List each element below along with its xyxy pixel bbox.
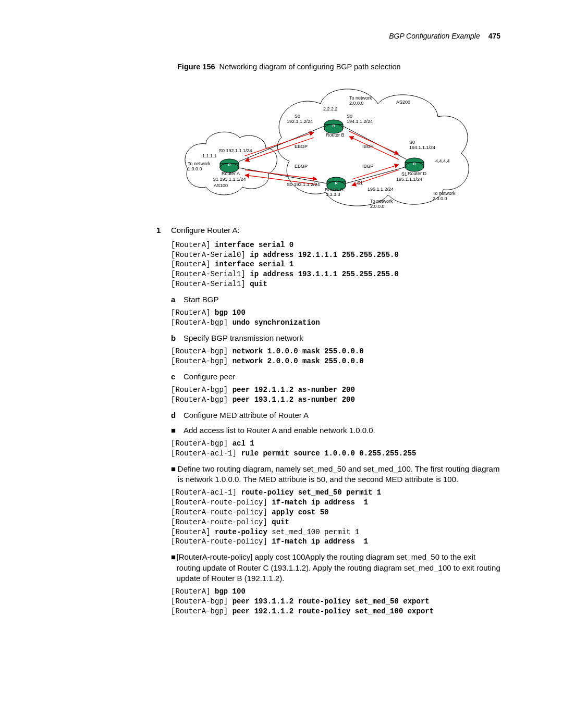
label-as200: AS200 xyxy=(396,100,410,105)
svg-line-17 xyxy=(239,168,327,183)
step-1c-marker: c xyxy=(171,372,183,382)
running-header: BGP Configuration Example 475 xyxy=(63,31,500,41)
bullet-icon: ■ xyxy=(171,552,177,584)
label-ipC: 3.3.3.3 xyxy=(326,192,340,197)
step-1c-text: Configure peer xyxy=(183,372,235,382)
svg-text:2.0.0.0: 2.0.0.0 xyxy=(349,101,364,106)
svg-line-22 xyxy=(245,170,317,179)
label-routerC: Router C xyxy=(325,187,344,192)
step-1d-text: Configure MED attribute of Router A xyxy=(183,410,309,421)
step-1b-text: Specify BGP transmission network xyxy=(183,333,303,343)
router-d-icon: R xyxy=(405,158,424,171)
label-ipD: 4.4.4.4 xyxy=(435,158,450,164)
section-title: BGP Configuration Example xyxy=(389,32,480,40)
label-s0A: S0 192.1.1.1/24 xyxy=(219,148,252,153)
svg-text:R: R xyxy=(413,162,415,166)
svg-line-25 xyxy=(349,137,399,159)
step-1a: a Start BGP xyxy=(171,294,500,305)
figure-caption-text: Networking diagram of configuring BGP pa… xyxy=(219,63,401,71)
step-1d-bullet2-code: [RouterA-acl-1] route-policy set_med_50 … xyxy=(171,488,500,547)
label-routerB: Router B xyxy=(326,132,345,138)
svg-text:To network: To network xyxy=(188,161,211,166)
step-1d-bullet3-text: [RouterA-route-policy] apply cost 100App… xyxy=(177,552,500,584)
page: BGP Configuration Example 475 Figure 156… xyxy=(0,0,563,728)
step-1d-bullet3: ■ [RouterA-route-policy] apply cost 100A… xyxy=(171,552,500,584)
svg-text:195.1.1.1/24: 195.1.1.1/24 xyxy=(396,177,422,182)
svg-text:R: R xyxy=(335,181,337,185)
svg-line-24 xyxy=(349,131,399,154)
svg-line-21 xyxy=(245,138,314,161)
label-ibgp1: IBGP xyxy=(362,144,374,149)
step-1-marker: 1 xyxy=(156,225,171,236)
step-1a-marker: a xyxy=(171,294,183,305)
step-1d-bullet1-code: [RouterA-bgp] acl 1 [RouterA-acl-1] rule… xyxy=(171,439,500,459)
svg-text:195.1.1.2/24: 195.1.1.2/24 xyxy=(368,187,394,192)
network-diagram: R R R R xyxy=(177,75,474,216)
label-ebgp1: EBGP xyxy=(295,144,308,149)
step-1b-code: [RouterA-bgp] network 1.0.0.0 mask 255.0… xyxy=(171,347,500,366)
page-number: 475 xyxy=(488,32,500,40)
step-1d-bullet2: ■ Define two routing diagram, namely set… xyxy=(171,464,500,485)
svg-text:To network: To network xyxy=(349,95,372,101)
step-1d-bullet1-text: Add access list to Router A and enable n… xyxy=(183,425,375,436)
svg-text:S1: S1 xyxy=(401,171,407,177)
svg-text:To network: To network xyxy=(433,191,456,196)
svg-text:S0: S0 xyxy=(409,140,415,145)
step-1d-bullet1: ■ Add access list to Router A and enable… xyxy=(171,425,500,436)
step-1b: b Specify BGP transmission network xyxy=(171,333,500,343)
step-1a-code: [RouterA] bgp 100 [RouterA-bgp] undo syn… xyxy=(171,308,500,328)
svg-text:R: R xyxy=(332,124,335,128)
step-1b-marker: b xyxy=(171,333,183,343)
svg-text:194.1.1.1/24: 194.1.1.1/24 xyxy=(409,145,435,150)
svg-text:1.0.0.0: 1.0.0.0 xyxy=(188,166,202,171)
svg-text:R: R xyxy=(228,163,230,167)
label-routerA: Router A xyxy=(222,171,240,176)
step-1d-marker: d xyxy=(171,410,183,421)
step-1-code: [RouterA] interface serial 0 [RouterA-Se… xyxy=(171,240,500,289)
label-ipB: 2.2.2.2 xyxy=(323,106,338,112)
svg-text:S0: S0 xyxy=(295,114,300,119)
svg-text:2.0.0.0: 2.0.0.0 xyxy=(433,196,447,201)
svg-text:S1: S1 xyxy=(357,180,363,186)
label-s1A: S1 193.1.1.1/24 xyxy=(213,177,246,182)
svg-text:192.1.1.2/24: 192.1.1.2/24 xyxy=(287,119,313,124)
figure-label: Figure 156 xyxy=(177,63,215,71)
svg-text:S0 193.1.1.2/24: S0 193.1.1.2/24 xyxy=(287,182,320,187)
content-body: 1 Configure Router A: [RouterA] interfac… xyxy=(156,225,500,616)
svg-text:S0: S0 xyxy=(347,114,352,119)
bullet-icon: ■ xyxy=(171,464,178,485)
label-routerD: Router D xyxy=(408,171,427,176)
step-1a-text: Start BGP xyxy=(183,294,219,305)
router-b-icon: R xyxy=(324,120,343,133)
svg-text:2.0.0.0: 2.0.0.0 xyxy=(370,204,385,209)
step-1-text: Configure Router A: xyxy=(171,225,240,236)
step-1d-bullet2-text: Define two routing diagram, namely set_m… xyxy=(178,464,500,485)
label-ebgp2: EBGP xyxy=(295,164,308,169)
bullet-icon: ■ xyxy=(171,425,183,436)
label-as100: AS100 xyxy=(214,183,228,188)
label-ibgp2: IBGP xyxy=(362,164,374,169)
step-1c: c Configure peer xyxy=(171,372,500,382)
step-1c-code: [RouterA-bgp] peer 192.1.1.2 as-number 2… xyxy=(171,385,500,405)
svg-text:194.1.1.2/24: 194.1.1.2/24 xyxy=(347,119,373,124)
step-1d: d Configure MED attribute of Router A xyxy=(171,410,500,421)
svg-text:To network: To network xyxy=(370,199,393,204)
figure-caption: Figure 156 Networking diagram of configu… xyxy=(177,62,500,72)
step-1: 1 Configure Router A: xyxy=(156,225,500,236)
step-1d-bullet3-code: [RouterA] bgp 100 [RouterA-bgp] peer 193… xyxy=(171,587,500,616)
label-ipA: 1.1.1.1 xyxy=(202,153,217,158)
